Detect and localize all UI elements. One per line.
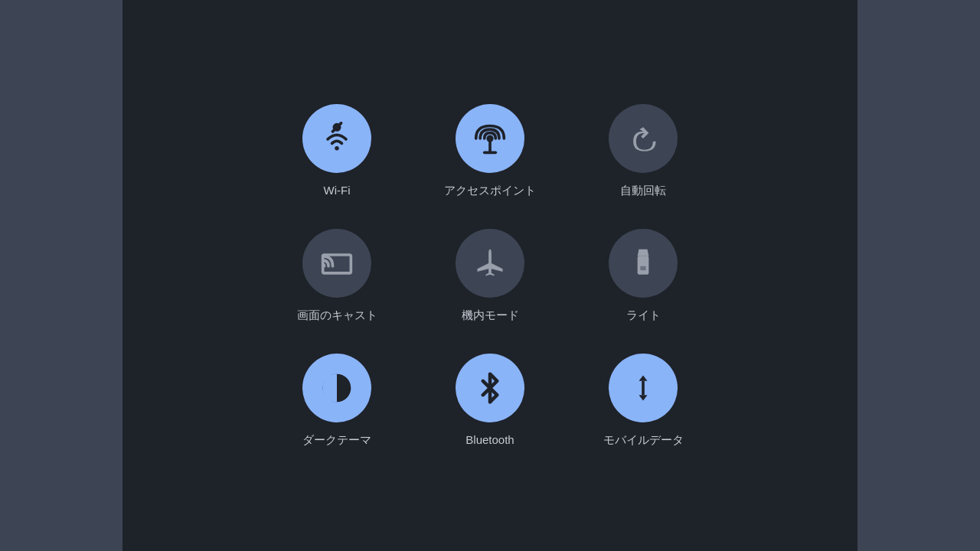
tile-cast[interactable]: 画面のキャスト [291,229,383,323]
cast-label: 画面のキャスト [297,308,377,323]
tile-bluetooth[interactable]: Bluetooth [444,354,536,448]
right-panel [858,0,980,551]
hotspot-icon-circle [456,104,524,173]
darktheme-icon-circle [302,354,371,422]
tile-airplane[interactable]: 機内モード [444,229,536,323]
wifi-icon-circle [302,104,371,173]
airplane-label: 機内モード [462,308,519,323]
autorotate-label: 自動回転 [620,184,666,198]
svg-rect-10 [642,380,645,394]
tile-hotspot[interactable]: アクセスポイント [444,104,536,198]
wifi-label: Wi-Fi [324,184,351,197]
mobiledata-icon-circle [609,354,678,422]
hotspot-label: アクセスポイント [444,184,536,198]
cast-icon-circle [302,229,371,298]
tile-autorotate[interactable]: 自動回転 [597,104,689,198]
quick-settings-panel: Wi-Fi アクセスポイント 自動回転 画面のキャスト [122,0,858,551]
left-panel [0,0,122,551]
flashlight-icon-circle [609,229,678,298]
tile-flashlight[interactable]: ライト [597,229,689,323]
bluetooth-label: Bluetooth [466,433,514,446]
bluetooth-icon-circle [456,354,524,422]
airplane-icon-circle [456,229,524,298]
svg-rect-7 [638,256,649,274]
quick-settings-grid: Wi-Fi アクセスポイント 自動回転 画面のキャスト [230,73,750,478]
tile-mobiledata[interactable]: モバイルデータ [597,354,689,448]
darktheme-label: ダークテーマ [302,433,371,448]
autorotate-icon-circle [609,104,678,173]
flashlight-label: ライト [626,308,661,323]
svg-point-0 [335,146,339,151]
tile-wifi[interactable]: Wi-Fi [291,104,383,198]
tile-darktheme[interactable]: ダークテーマ [291,354,383,448]
mobiledata-label: モバイルデータ [603,433,684,448]
svg-rect-8 [640,266,645,270]
